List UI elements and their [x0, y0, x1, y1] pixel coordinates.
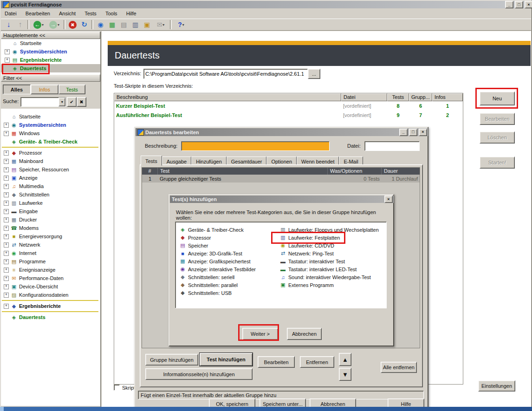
filter-tests-button[interactable]: Tests: [58, 85, 85, 94]
expand-icon[interactable]: [4, 159, 9, 164]
tree-item-netzwerk[interactable]: ⇄Netzwerk: [1, 241, 100, 249]
tree-item-speicher[interactable]: ▤Speicher, Ressourcen: [1, 165, 100, 174]
minimize-button[interactable]: _: [399, 129, 408, 136]
maximize-button[interactable]: □: [409, 129, 417, 136]
column-infos[interactable]: Infos: [432, 93, 463, 101]
expand-icon[interactable]: [4, 192, 9, 197]
einstellungen-button[interactable]: Einstellungen: [478, 380, 515, 391]
category-geraete-treiber-check[interactable]: ◈Geräte- & Treiber-Check: [179, 226, 277, 234]
stop-button[interactable]: ✖: [67, 20, 78, 30]
bearbeiten-button[interactable]: Bearbeiten: [480, 113, 515, 125]
gruppe-hinzufuegen-button[interactable]: Gruppe hinzufügen: [145, 354, 198, 365]
directory-field[interactable]: [144, 69, 307, 78]
category-anzeige-3d[interactable]: ■Anzeige: 3D-Grafik-Test: [179, 249, 277, 257]
category-anzeige-testbilder[interactable]: ◉Anzeige: interaktive Testbilder: [179, 265, 277, 273]
table-row[interactable]: Ausführlicher Beispiel-Test [vordefinier…: [114, 111, 463, 120]
category-schnittstellen-usb[interactable]: ◆Schnittstellen: USB: [179, 289, 277, 297]
tree-item-konfigurationsdateien[interactable]: ▨Konfigurationsdateien: [1, 291, 100, 299]
tree-item-startseite[interactable]: ⌂Startseite: [1, 112, 100, 121]
category-schnittstellen-parallel[interactable]: ◆Schnittstellen: parallel: [179, 281, 277, 289]
expand-icon[interactable]: [4, 259, 9, 264]
sidebar-main-header[interactable]: Hauptelemente <<: [1, 32, 100, 39]
expand-icon[interactable]: [4, 201, 9, 206]
weiter-button[interactable]: Weiter >: [242, 328, 278, 340]
category-laufwerke-festplatten[interactable]: ▥Laufwerke: Festplatten: [279, 234, 385, 241]
expand-icon[interactable]: [4, 209, 9, 214]
tree-item-geraete-treiber-check[interactable]: ◈Geräte- & Treiber-Check: [1, 137, 100, 146]
maximize-button[interactable]: □: [515, 1, 523, 8]
tree-item-modems[interactable]: ☎Modems: [1, 224, 100, 232]
minimize-button[interactable]: _: [505, 1, 513, 8]
search-input[interactable]: ▾: [20, 97, 66, 107]
new-document-button[interactable]: ▤: [118, 20, 130, 30]
expand-icon[interactable]: [4, 284, 9, 289]
report-chart-button[interactable]: ▦: [106, 20, 118, 30]
close-button[interactable]: ×: [525, 1, 532, 8]
category-tastatur-test[interactable]: ▬Tastatur: interaktiver Test: [279, 257, 385, 265]
column-tests[interactable]: Tests: [387, 93, 409, 101]
expand-icon[interactable]: [4, 167, 9, 172]
sidebar-item-startseite[interactable]: ⌂ Startseite: [1, 39, 100, 47]
menu-tools[interactable]: Tools: [102, 9, 121, 18]
informationsseiten-hinzufuegen-button[interactable]: Informationsseite(n) hinzufügen: [145, 368, 253, 380]
expand-icon[interactable]: [4, 267, 9, 273]
entfernen-button[interactable]: Entfernen: [300, 356, 334, 368]
search-clear-button[interactable]: ✖: [77, 97, 86, 107]
tree-item-eingabe[interactable]: ▬Eingabe: [1, 207, 100, 215]
tree-item-dauertests[interactable]: ◈Dauertests: [1, 313, 100, 321]
category-sound-wiedergabe[interactable]: ♫Sound: interaktiver Wiedergabe-Test: [279, 273, 385, 281]
back-button[interactable]: ←: [31, 20, 46, 30]
open-report-button[interactable]: ▥: [130, 20, 141, 30]
category-speicher[interactable]: ▤Speicher: [179, 241, 277, 249]
skript-checkbox-row[interactable]: Skript: [114, 385, 135, 391]
expand-icon[interactable]: [4, 150, 9, 156]
license-button[interactable]: ▣: [141, 20, 153, 30]
column-gruppen[interactable]: Grupp...: [409, 93, 432, 101]
sidebar-item-systemuebersichten[interactable]: ◉ Systemübersichten: [1, 47, 100, 56]
beschreibung-field[interactable]: [182, 142, 329, 150]
system-search-button[interactable]: ◉: [95, 20, 106, 30]
beschreibung-input[interactable]: [181, 141, 330, 151]
checkbox-icon[interactable]: [114, 385, 120, 391]
menu-hilfe[interactable]: Hilfe: [123, 9, 140, 18]
column-beschreibung[interactable]: Beschreibung: [114, 93, 341, 101]
expand-icon[interactable]: [5, 49, 10, 54]
expand-icon[interactable]: [4, 242, 9, 248]
help-button[interactable]: ?: [173, 20, 189, 30]
search-dropdown-button[interactable]: ▾: [58, 98, 65, 106]
test-hinzufuegen-button[interactable]: Test hinzufügen: [200, 353, 253, 366]
expand-icon[interactable]: [4, 217, 9, 222]
move-down-button[interactable]: ↓: [3, 20, 14, 30]
tree-item-energieversorgung[interactable]: ■Energieversorgung: [1, 232, 100, 241]
column-datei[interactable]: Datei: [341, 93, 387, 101]
search-field[interactable]: [21, 98, 58, 106]
tree-item-multimedia[interactable]: ♫Multimedia: [1, 182, 100, 190]
expand-icon[interactable]: [4, 293, 9, 298]
move-up-button[interactable]: ↑: [14, 20, 26, 30]
expand-icon[interactable]: [4, 276, 9, 281]
tree-item-prozessor[interactable]: ◆Prozessor: [1, 149, 100, 157]
tree-item-drucker[interactable]: ▦Drucker: [1, 215, 100, 224]
tree-item-mainboard[interactable]: ▦Mainboard: [1, 157, 100, 165]
category-laufwerke-floppys[interactable]: ▥Laufwerke: Floppys und Wechselplatten: [279, 226, 385, 234]
sidebar-item-dauertests[interactable]: ◈ Dauertests: [1, 64, 100, 72]
filter-alles-button[interactable]: Alles: [3, 85, 31, 94]
category-externes-programm[interactable]: ▣Externes Programm: [279, 281, 385, 289]
neu-button[interactable]: Neu: [480, 91, 515, 105]
directory-input[interactable]: [143, 69, 308, 79]
expand-icon[interactable]: [4, 123, 9, 128]
tree-item-laufwerke[interactable]: ▥Laufwerke: [1, 199, 100, 207]
table-row[interactable]: Kurzer Beispiel-Test [vordefiniert] 8 6 …: [114, 101, 463, 111]
tree-item-ereignisanzeige[interactable]: ≡Ereignisanzeige: [1, 266, 100, 274]
expand-icon[interactable]: [4, 251, 9, 256]
datei-input[interactable]: [364, 141, 420, 151]
alle-entfernen-button[interactable]: Alle entfernen: [381, 362, 417, 373]
tree-item-programme[interactable]: ▤Programme: [1, 257, 100, 266]
menu-tests[interactable]: Tests: [81, 9, 100, 18]
menu-ansicht[interactable]: Ansicht: [55, 9, 79, 18]
category-tastatur-led[interactable]: ▬Tastatur: interaktiver LED-Test: [279, 265, 385, 273]
tree-item-ergebnisberichte[interactable]: ◆Ergebnisberichte: [1, 302, 100, 310]
move-down-button[interactable]: ▼: [339, 368, 351, 381]
forward-button[interactable]: →: [46, 20, 62, 30]
expand-icon[interactable]: [4, 184, 9, 189]
